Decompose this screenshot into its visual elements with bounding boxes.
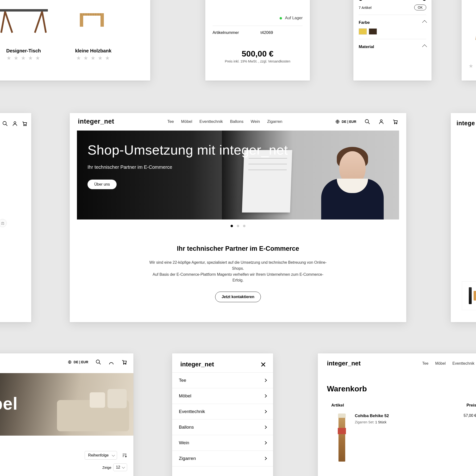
compare-icon[interactable]: ⚖	[0, 219, 7, 227]
svg-line-15	[6, 124, 7, 126]
user-icon[interactable]	[108, 359, 114, 365]
product-tile[interactable]: Designer-Tisch ★ ★ ★ ★ ★	[0, 0, 57, 61]
nav-item[interactable]: Wein	[251, 119, 260, 124]
locale-switcher[interactable]: DE | EUR	[68, 360, 88, 364]
user-icon[interactable]	[378, 119, 384, 124]
homepage-card: integer_net Tee Möbel Eventtechnik Ballo…	[70, 113, 406, 322]
chevron-up-icon	[422, 45, 427, 49]
logo[interactable]: integer_net	[78, 118, 114, 125]
menu-item[interactable]: Zigarren	[172, 451, 273, 466]
stock-label: Auf Lager	[285, 16, 303, 20]
svg-point-22	[380, 120, 382, 122]
cart-item-price: 57,00 €	[455, 413, 476, 418]
rating-stars: ★ ★ ★ ★ ★	[0, 55, 57, 61]
search-icon[interactable]	[364, 119, 370, 124]
right-strip-card: intege	[451, 113, 476, 322]
locale-label: DE | EUR	[74, 360, 88, 364]
chevron-right-icon	[263, 394, 267, 398]
svg-rect-2	[80, 16, 83, 27]
cart-line-item: Cohiba Behike 52 Zigarren Set: 1 Stück 5…	[318, 408, 476, 461]
cart-item-name[interactable]: Cohiba Behike 52	[355, 413, 445, 418]
category-hero: öbel	[0, 373, 134, 436]
svg-rect-3	[101, 16, 104, 27]
search-icon[interactable]	[95, 359, 101, 365]
svg-point-18	[26, 125, 26, 126]
svg-line-21	[368, 122, 370, 124]
thumbnail-strip[interactable]	[462, 281, 476, 310]
cart-icon[interactable]	[22, 121, 27, 126]
locale-label: DE | EUR	[342, 120, 356, 124]
sku-value: t42069	[261, 30, 273, 35]
carousel-dots	[70, 224, 406, 228]
cart-icon[interactable]	[121, 359, 127, 365]
svg-point-24	[396, 123, 397, 124]
product-image	[339, 413, 345, 461]
stock-dot-icon	[280, 17, 282, 19]
svg-point-17	[24, 125, 25, 126]
menu-item[interactable]: Tee	[172, 372, 273, 388]
sort-direction-icon[interactable]	[122, 453, 127, 458]
price-slider[interactable]	[359, 0, 426, 1]
filter-card: 7 Artikel OK Farbe Material	[353, 0, 431, 81]
svg-point-30	[125, 364, 126, 364]
price: 500,00 €	[213, 49, 303, 58]
section-paragraph: Wir sind eine 22-köpfige Agentur, spezia…	[149, 260, 327, 283]
carousel-dot[interactable]	[231, 225, 233, 227]
nav-item[interactable]: Möbel	[181, 119, 192, 124]
col-price: Preis	[466, 403, 476, 408]
nav-item[interactable]: Zigarren	[267, 119, 282, 124]
facet-farbe-label[interactable]: Farbe	[359, 20, 370, 25]
price-note: Preis inkl. 19% MwSt. , zzgl. Versandkos…	[213, 59, 303, 63]
menu-item[interactable]: Möbel	[172, 388, 273, 404]
sort-select[interactable]: Reihenfolge	[85, 451, 117, 460]
carousel-dot[interactable]	[237, 225, 239, 227]
nav-item[interactable]: Tee	[167, 119, 174, 124]
product-image	[0, 0, 57, 41]
product-list-card: Designer-Tisch ★ ★ ★ ★ ★	[0, 0, 150, 81]
logo[interactable]: integer_net	[327, 360, 361, 367]
show-label: Zeige	[102, 465, 112, 470]
menu-item[interactable]: Eventtechnik	[172, 404, 273, 419]
nav-item[interactable]: Eventtechnik	[452, 361, 475, 366]
nav-item[interactable]: Möbel	[435, 361, 446, 366]
product-name: kleine Holzbank	[60, 48, 127, 54]
menu-item[interactable]: Ballons	[172, 419, 273, 435]
product-image	[475, 19, 476, 41]
stock-status: Auf Lager	[213, 16, 303, 26]
facet-material-label[interactable]: Material	[359, 45, 374, 49]
cart-icon[interactable]	[392, 119, 398, 124]
contact-button[interactable]: Jetzt kontaktieren	[215, 292, 261, 302]
svg-point-23	[394, 123, 395, 124]
sku-label: Artikelnummer	[213, 30, 239, 35]
logo[interactable]: intege	[457, 120, 476, 127]
user-icon[interactable]	[12, 121, 18, 126]
chevron-right-icon	[263, 457, 267, 460]
svg-rect-0	[0, 9, 48, 12]
product-name: Designer-Tisch	[0, 48, 57, 54]
svg-point-29	[124, 364, 124, 364]
nav-item[interactable]: Eventtechnik	[200, 119, 223, 124]
svg-rect-1	[80, 13, 104, 16]
pagesize-select[interactable]: 12	[113, 463, 127, 471]
about-button[interactable]: Über uns	[87, 180, 117, 189]
swatch-yellow[interactable]	[359, 28, 367, 35]
nav-item[interactable]: Tee	[422, 361, 428, 366]
col-article: Artikel	[331, 403, 344, 408]
locale-switcher[interactable]: DE | EUR	[335, 119, 356, 124]
result-count: 7 Artikel	[359, 5, 372, 10]
cart-item-meta: Zigarren Set: 1 Stück	[355, 420, 445, 424]
nav-item[interactable]: Ballons	[230, 119, 243, 124]
logo[interactable]: integer_net	[180, 361, 214, 368]
cart-card: integer_net Tee Möbel Eventtechnik B War…	[318, 353, 476, 476]
main-nav: Tee Möbel Eventtechnik Ballons Wein Ziga…	[167, 119, 283, 124]
category-title: öbel	[0, 394, 18, 413]
carousel-dot[interactable]	[243, 225, 245, 227]
close-icon[interactable]	[260, 361, 266, 368]
menu-item[interactable]: Wein	[172, 435, 273, 451]
search-icon[interactable]	[2, 121, 8, 126]
product-tile-card: Holzst ★ ★ ★ ★ ★	[461, 0, 476, 81]
product-tile[interactable]: kleine Holzbank ★ ★ ★ ★ ★	[60, 0, 127, 61]
swatch-brown[interactable]	[369, 28, 377, 35]
filter-ok-button[interactable]: OK	[414, 5, 426, 10]
svg-point-16	[14, 122, 16, 124]
